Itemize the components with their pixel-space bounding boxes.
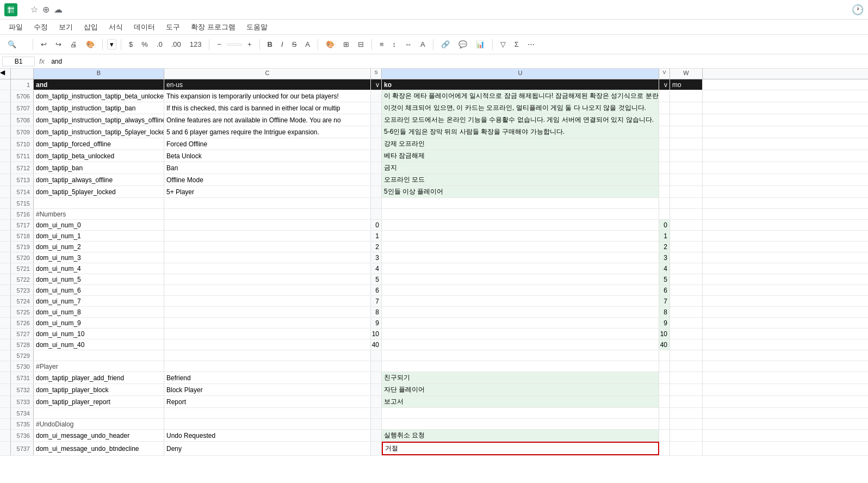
cell-u[interactable]: [382, 274, 659, 284]
cell-s[interactable]: 9: [371, 318, 382, 328]
cell-u[interactable]: [382, 263, 659, 274]
cell-s[interactable]: [371, 408, 382, 418]
cell-b[interactable]: dom_ui_num_9: [34, 318, 164, 328]
cell-s[interactable]: 0: [371, 220, 382, 230]
cell-b[interactable]: dom_ui_message_undo_btndecline: [34, 442, 164, 455]
cell-u[interactable]: 오프라인 모드에서는 온라인 기능을 수용활수 없습니다. 게임 서버에 연결되…: [382, 114, 659, 126]
cell-c[interactable]: [164, 231, 371, 241]
cell-b[interactable]: dom_taptip_5player_locked: [34, 186, 164, 197]
cell-u[interactable]: [382, 419, 659, 429]
text-color-button2[interactable]: A: [417, 39, 429, 49]
cell-c[interactable]: [164, 220, 371, 230]
cell-c[interactable]: [164, 263, 371, 274]
cell-v[interactable]: 4: [659, 263, 670, 274]
cell-v[interactable]: [659, 138, 670, 150]
print-button[interactable]: 🖨: [67, 39, 80, 49]
cell-c[interactable]: [164, 361, 371, 371]
cell-v[interactable]: [659, 372, 670, 383]
cell-w[interactable]: [670, 430, 703, 441]
cell-u[interactable]: 보고서: [382, 396, 659, 407]
cell-w[interactable]: [670, 396, 703, 407]
cell-u[interactable]: [382, 220, 659, 230]
col-header-c[interactable]: C: [164, 69, 371, 79]
cell-w[interactable]: [670, 408, 703, 418]
cell-s[interactable]: [371, 198, 382, 208]
align-button[interactable]: ≡: [376, 39, 387, 49]
percent-button[interactable]: %: [138, 39, 151, 49]
cell-s[interactable]: [371, 150, 382, 162]
cell-s[interactable]: [371, 209, 382, 219]
valign-button[interactable]: ↕: [389, 39, 400, 49]
cell-w[interactable]: [670, 329, 703, 339]
cell-w[interactable]: [670, 442, 703, 455]
star-icon[interactable]: ☆: [30, 4, 38, 15]
font-increase-button[interactable]: +: [244, 39, 255, 49]
cell-v[interactable]: 5: [659, 274, 670, 284]
cell-u[interactable]: 이 확장은 메타 플레이어에게 일시적으로 잠금 해제됩니다! 잠금해제된 확장…: [382, 90, 659, 102]
link-button[interactable]: 🔗: [438, 39, 453, 49]
cell-v[interactable]: [659, 198, 670, 208]
cell-b[interactable]: dom_ui_num_5: [34, 274, 164, 284]
cell-w[interactable]: [670, 274, 703, 284]
cell-u[interactable]: 5-6인들 게임은 장막 뒤의 사람들 확장을 구매해야 가능합니다.: [382, 126, 659, 138]
cell-s[interactable]: [371, 186, 382, 197]
cell-s[interactable]: 6: [371, 285, 382, 295]
cell-v[interactable]: 40: [659, 339, 670, 350]
cloud-icon[interactable]: ☁: [54, 4, 63, 15]
chart-button[interactable]: 📊: [473, 39, 488, 49]
cell-v[interactable]: [659, 162, 670, 174]
decimal-decrease-button[interactable]: .0: [153, 39, 166, 49]
cell-b[interactable]: dom_ui_num_1: [34, 231, 164, 241]
menu-tools[interactable]: 도구: [162, 21, 184, 33]
cell-w[interactable]: [670, 307, 703, 317]
cell-c[interactable]: [164, 209, 371, 219]
cell-b[interactable]: dom_ui_num_40: [34, 339, 164, 350]
cell-b[interactable]: dom_taptip_instruction_taptip_5player_lo…: [34, 126, 164, 138]
comment-button[interactable]: 💬: [455, 39, 470, 49]
cell-c[interactable]: Befriend: [164, 372, 371, 383]
cell-s[interactable]: [371, 138, 382, 150]
cell-u[interactable]: [382, 198, 659, 208]
cell-w[interactable]: [670, 296, 703, 306]
cell-w[interactable]: [670, 242, 703, 252]
cell-b[interactable]: dom_taptip_player_add_friend: [34, 372, 164, 383]
cell-w[interactable]: [670, 350, 703, 361]
menu-insert[interactable]: 삽입: [79, 21, 102, 33]
cell-w[interactable]: [670, 198, 703, 208]
cell-s[interactable]: [371, 162, 382, 174]
undo-button[interactable]: ↩: [38, 39, 50, 49]
cell-b[interactable]: dom_ui_num_4: [34, 263, 164, 274]
cell-v[interactable]: 6: [659, 285, 670, 295]
cell-c[interactable]: 5+ Player: [164, 186, 371, 197]
cell-v[interactable]: 2: [659, 242, 670, 252]
cell-b[interactable]: dom_taptip_instruction_taptip_beta_unloc…: [34, 90, 164, 102]
cell-u[interactable]: [382, 361, 659, 371]
cell-s[interactable]: v: [371, 79, 382, 90]
cell-u[interactable]: [382, 350, 659, 361]
menu-edit[interactable]: 수정: [29, 21, 52, 33]
cell-u[interactable]: 거절: [382, 442, 659, 455]
cell-b[interactable]: dom_ui_message_undo_header: [34, 430, 164, 441]
cell-w[interactable]: [670, 162, 703, 174]
cell-s[interactable]: 5: [371, 274, 382, 284]
cell-w[interactable]: [670, 339, 703, 350]
merge-button[interactable]: ⊟: [355, 39, 367, 49]
col-header-u[interactable]: U: [382, 69, 659, 79]
cell-s[interactable]: [371, 114, 382, 126]
text-rotate-button[interactable]: ↔: [401, 39, 415, 49]
cell-u[interactable]: ko: [382, 79, 659, 90]
cell-w[interactable]: [670, 102, 703, 114]
cell-v[interactable]: [659, 361, 670, 371]
font-decrease-button[interactable]: −: [214, 39, 225, 49]
cell-w[interactable]: [670, 186, 703, 197]
cell-b[interactable]: dom_taptip_forced_offline: [34, 138, 164, 150]
cell-b[interactable]: dom_taptip_ban: [34, 162, 164, 174]
cell-c[interactable]: Offline Mode: [164, 174, 371, 185]
cell-b[interactable]: dom_taptip_beta_unlocked: [34, 150, 164, 162]
cell-b[interactable]: dom_ui_num_3: [34, 252, 164, 263]
cell-u[interactable]: 자단 플레이어: [382, 384, 659, 395]
cell-v[interactable]: [659, 408, 670, 418]
cell-v[interactable]: [659, 396, 670, 407]
formula-button[interactable]: Σ: [511, 39, 522, 49]
cell-c[interactable]: If this is checked, this card is banned …: [164, 102, 371, 114]
